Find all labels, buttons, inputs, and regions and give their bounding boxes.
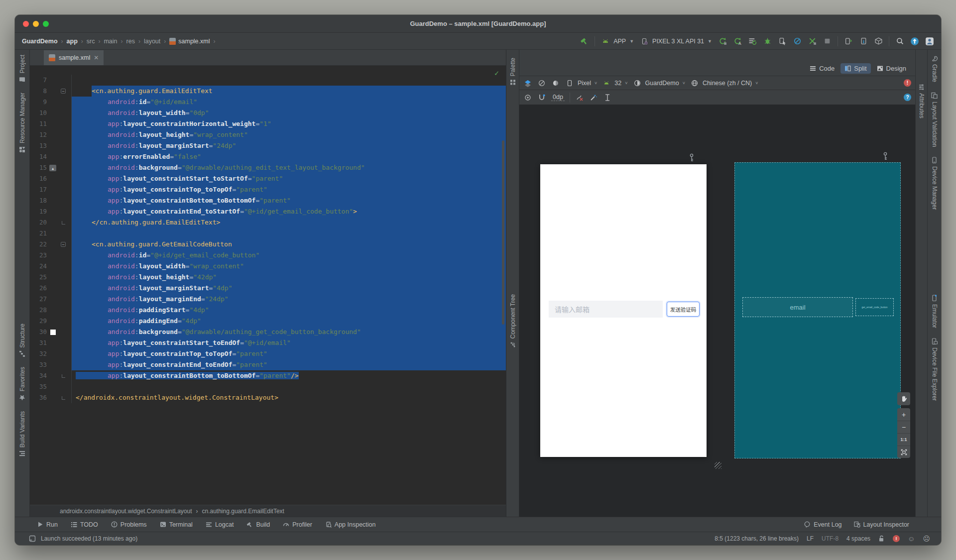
mode-design-button[interactable]: Design [873, 63, 910, 74]
code-line-25[interactable]: 25android:layout_height="42dp" [30, 272, 506, 283]
tool-window-button-terminal[interactable]: Terminal [160, 521, 193, 528]
help-icon[interactable]: ? [904, 94, 911, 101]
zoom-to-fit-button[interactable] [897, 446, 910, 458]
code-line-28[interactable]: 28android:paddingStart="4dp" [30, 305, 506, 316]
code-line-7[interactable]: 7 [30, 75, 506, 86]
code-line-21[interactable]: 21 [30, 228, 506, 239]
locale-selector[interactable]: Chinese (zh / CN) ˅ [690, 79, 758, 88]
build-hammer-icon[interactable] [580, 37, 589, 46]
clear-constraints-icon[interactable] [575, 93, 584, 102]
code-line-14[interactable]: 14app:errorEnabled="false" [30, 151, 506, 162]
tool-window-tab-attributes[interactable]: Attributes [918, 79, 925, 123]
code-line-30[interactable]: 30android:background="@drawable/authing_… [30, 327, 506, 337]
mode-code-button[interactable]: Code [806, 63, 838, 74]
code-line-34[interactable]: 34app:layout_constraintBottom_toBottomOf… [30, 370, 506, 381]
device-preview-blueprint[interactable]: email get_email_code_button [734, 162, 901, 458]
tool-window-tab-device-manager[interactable]: Device Manager [931, 152, 938, 215]
code-line-22[interactable]: 22−<cn.authing.guard.GetEmailCodeButton [30, 239, 506, 250]
night-mode-icon[interactable] [551, 79, 560, 88]
code-line-8[interactable]: 8−<cn.authing.guard.EmailEditText [30, 86, 506, 97]
breadcrumb-item-guarddemo[interactable]: GuardDemo [22, 38, 58, 45]
view-options-icon[interactable] [523, 93, 532, 102]
tool-window-button-layout-inspector[interactable]: Layout Inspector [854, 521, 909, 528]
code-line-36[interactable]: 36</androidx.constraintlayout.widget.Con… [30, 392, 506, 403]
stop-icon[interactable] [823, 37, 832, 46]
sync-project-icon[interactable] [748, 37, 757, 46]
zoom-reset-button[interactable]: 1:1 [897, 433, 910, 446]
preview-device-selector[interactable]: Pixel ˅ [565, 79, 597, 88]
code-line-35[interactable]: 35 [30, 381, 506, 392]
tool-window-button-problems[interactable]: Problems [111, 521, 147, 528]
close-tab-icon[interactable]: ✕ [94, 54, 99, 61]
sdk-manager-icon[interactable] [874, 37, 883, 46]
status-message[interactable]: Launch succeeded (13 minutes ago) [41, 535, 137, 542]
tool-window-tab-resource-manager[interactable]: Resource Manager [19, 88, 26, 158]
file-encoding[interactable]: UTF-8 [822, 535, 838, 542]
error-indicator-icon[interactable]: ! [893, 535, 900, 542]
send-code-button-preview[interactable]: 发送验证码 [667, 302, 700, 317]
email-input-preview[interactable]: 请输入邮箱 [549, 301, 663, 318]
tool-window-tab-build-variants[interactable]: Build Variants [19, 406, 26, 462]
avatar-icon[interactable] [925, 37, 934, 46]
code-line-26[interactable]: 26android:layout_marginStart="4dp" [30, 283, 506, 294]
feedback-happy-icon[interactable]: ☺ [908, 535, 915, 543]
code-line-20[interactable]: 20</cn.authing.guard.EmailEditText> [30, 217, 506, 228]
api-version-selector[interactable]: 32 ˅ [602, 79, 627, 88]
attach-debugger-icon[interactable] [778, 37, 787, 46]
device-manager-icon[interactable] [859, 37, 868, 46]
layout-preview-icon[interactable] [29, 535, 36, 542]
tool-window-tab-favorites[interactable]: Favorites [19, 362, 26, 406]
infer-constraints-icon[interactable] [589, 93, 598, 102]
breadcrumb-item-app[interactable]: app [67, 38, 78, 45]
tool-window-button-todo[interactable]: TODO [71, 521, 98, 528]
profile-icon[interactable] [793, 37, 802, 46]
inspections-ok-icon[interactable]: ✓ [494, 69, 499, 78]
fold-collapse-icon[interactable]: − [61, 89, 66, 94]
code-line-24[interactable]: 24android:layout_width="wrap_content" [30, 261, 506, 272]
apply-changes-icon[interactable] [718, 37, 727, 46]
breadcrumb-item-src[interactable]: src [87, 38, 95, 45]
device-mirroring-icon[interactable] [844, 37, 853, 46]
breadcrumb-item-layout[interactable]: layout [144, 38, 160, 45]
tab-component-tree[interactable]: Component Tree [509, 289, 516, 352]
debug-icon[interactable] [763, 37, 772, 46]
tab-sample-xml[interactable]: sample.xml ✕ [44, 50, 104, 65]
device-preview-design[interactable]: 请输入邮箱 发送验证码 [540, 164, 707, 457]
mode-split-button[interactable]: Split [840, 63, 870, 74]
code-editor[interactable]: 78−<cn.authing.guard.EmailEditText9andro… [30, 66, 506, 505]
blueprint-get-code-button-view[interactable]: get_email_code_button [855, 298, 894, 316]
breadcrumb-item-main[interactable]: main [104, 38, 117, 45]
code-line-29[interactable]: 29android:paddingEnd="4dp" [30, 316, 506, 327]
feedback-sad-icon[interactable]: ☹ [923, 535, 930, 543]
tool-window-button-run[interactable]: Run [37, 521, 58, 528]
fold-collapse-icon[interactable]: − [61, 242, 66, 247]
tool-window-button-event-log[interactable]: Event Log [804, 521, 841, 528]
fold-end-icon[interactable] [62, 396, 65, 400]
autoconnect-icon[interactable] [537, 93, 546, 102]
editor-scrollbar[interactable] [502, 140, 504, 325]
zoom-out-button[interactable]: − [897, 421, 910, 433]
code-line-32[interactable]: 32app:layout_constraintTop_toTopOf="pare… [30, 348, 506, 359]
pack-icon[interactable] [603, 93, 612, 102]
breadcrumb-emailedittext[interactable]: cn.authing.guard.EmailEditText [202, 508, 284, 515]
default-margins-selector[interactable]: 0dp [551, 94, 565, 101]
apply-code-changes-icon[interactable]: A [733, 37, 742, 46]
search-icon[interactable] [895, 37, 904, 46]
tool-window-button-profiler[interactable]: Profiler [283, 521, 312, 528]
code-line-23[interactable]: 23android:id="@+id/get_email_code_button… [30, 250, 506, 261]
line-ending[interactable]: LF [807, 535, 814, 542]
code-line-11[interactable]: 11app:layout_constraintHorizontal_weight… [30, 118, 506, 129]
update-icon[interactable] [910, 37, 919, 46]
color-preview-icon[interactable] [50, 330, 56, 335]
profile-low-overhead-icon[interactable] [808, 37, 817, 46]
code-line-12[interactable]: 12android:layout_height="wrap_content" [30, 129, 506, 140]
caret-position[interactable]: 8:5 (1223 chars, 26 line breaks) [715, 535, 799, 542]
code-line-13[interactable]: 13android:layout_marginStart="24dp" [30, 140, 506, 151]
theme-selector[interactable]: GuardDemo ˅ [633, 79, 685, 88]
code-line-17[interactable]: 17app:layout_constraintTop_toTopOf="pare… [30, 184, 506, 195]
code-line-18[interactable]: 18app:layout_constraintBottom_toBottomOf… [30, 195, 506, 206]
drawable-preview-icon[interactable]: ▲ [49, 165, 56, 171]
run-config-selector[interactable]: APP ▼ [601, 37, 634, 46]
tab-palette[interactable]: Palette [509, 53, 516, 90]
fold-end-icon[interactable] [62, 374, 65, 378]
